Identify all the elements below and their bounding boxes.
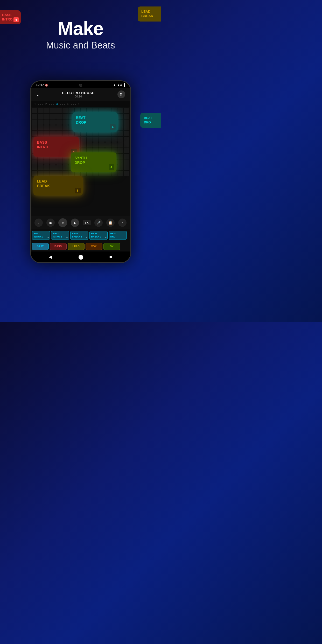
play-icon: ▶ [74, 221, 76, 225]
lead-break-clip[interactable]: LEAD BREAK 8 [33, 176, 83, 195]
record-button[interactable]: ● [58, 218, 67, 227]
settings-button[interactable]: ⚙ [117, 90, 125, 98]
nav-bar: ◀ ⬤ ■ [31, 251, 130, 262]
beat-timeline: 1 2 3 4 5 [31, 101, 130, 107]
track-beat-button[interactable]: BEAT [32, 243, 49, 250]
scene-beat-break-1[interactable]: BEATBREAK 1 4 [70, 231, 88, 240]
track-row: BEAT BASS LEAD VOX SY [31, 241, 130, 251]
scene-beat-intro-1[interactable]: BEATINTRO 1 16 [32, 231, 50, 240]
pad-grid-area: for(let i=0;i<16*12;i++) document.write(… [31, 107, 130, 216]
beat-drop-clip-badge: 4 [110, 124, 116, 130]
rewind-button[interactable]: ⏮ [46, 219, 55, 227]
gear-icon: ⚙ [120, 92, 123, 96]
app-title-area: ELECTRO HOUSE 00:16 [39, 91, 117, 98]
hero-title: Make [58, 19, 103, 38]
play-button[interactable]: ▶ [71, 219, 79, 227]
up-icon: ↑ [121, 221, 123, 225]
scene-beat-intro-2[interactable]: BEATINTRO 2 16 [51, 231, 69, 240]
status-alarm-icon: ⏰ [45, 84, 48, 87]
status-time: 12:17 ⏰ [36, 83, 48, 87]
track-lead-button[interactable]: LEAD [68, 243, 85, 250]
recents-nav-icon[interactable]: ■ [109, 254, 112, 260]
bass-intro-clip-label: BASS INTRO [37, 140, 48, 149]
wifi-icon: ▲ [113, 83, 116, 87]
app-time-display: 00:16 [39, 95, 117, 98]
mic-icon: 🎤 [96, 221, 101, 225]
rewind-icon: ⏮ [49, 221, 52, 225]
phone-camera [79, 84, 82, 87]
fx-button[interactable]: FX [83, 220, 90, 225]
lead-break-clip-label: LEAD BREAK [37, 179, 50, 188]
hero-subtitle: Music and Beats [46, 40, 115, 51]
lead-break-clip-badge: 8 [75, 188, 81, 193]
track-bass-button[interactable]: BASS [50, 243, 67, 250]
signal-icon: ▲4 [117, 83, 122, 87]
status-bar: 12:17 ⏰ ▲ ▲4 ▐ [31, 81, 130, 88]
synth-drop-clip-badge: 4 [109, 164, 114, 170]
record-icon: ● [62, 220, 64, 225]
floating-bass-intro-card: BASS INTRO 4 [0, 10, 21, 24]
transport-bar: ↓ ⏮ ● ▶ FX 🎤 📋 ↑ [31, 216, 130, 229]
copy-button[interactable]: 📋 [106, 219, 115, 227]
synth-drop-clip-label: SYNTH DROP [75, 156, 87, 165]
collapse-button[interactable]: ⌄ [36, 92, 39, 97]
scene-beat-break-2[interactable]: BEATBREAK 2 4 [89, 231, 108, 240]
status-icons: ▲ ▲4 ▐ [113, 83, 125, 87]
phone-frame: 12:17 ⏰ ▲ ▲4 ▐ ⌄ ELECTRO HOUSE 00:16 ⚙ 1 [30, 80, 131, 263]
app-header: ⌄ ELECTRO HOUSE 00:16 ⚙ [31, 88, 130, 101]
copy-icon: 📋 [108, 221, 113, 225]
floating-lead-break-card: LEAD BREAK [138, 6, 161, 22]
synth-drop-clip[interactable]: SYNTH DROP 4 [71, 152, 116, 172]
bass-intro-badge: 4 [13, 17, 19, 22]
beat-drop-clip[interactable]: BEAT DROP 4 [72, 112, 118, 132]
track-sy-button[interactable]: SY [103, 243, 120, 250]
scene-beat-drop[interactable]: BEATDRO [109, 231, 127, 240]
scene-row: BEATINTRO 1 16 BEATINTRO 2 16 BEATBREAK … [31, 229, 130, 241]
beat-drop-clip-label: BEAT DROP [76, 116, 86, 124]
download-button[interactable]: ↓ [34, 219, 43, 227]
up-button[interactable]: ↑ [118, 219, 127, 227]
track-vox-button[interactable]: VOX [86, 243, 102, 250]
hero-section: BASS INTRO 4 LEAD BREAK Make Music and B… [0, 0, 161, 62]
home-nav-icon[interactable]: ⬤ [78, 254, 83, 260]
back-nav-icon[interactable]: ◀ [49, 254, 52, 260]
battery-icon: ▐ [123, 83, 125, 87]
app-title-text: ELECTRO HOUSE [39, 91, 117, 95]
download-icon: ↓ [38, 221, 40, 225]
phone-wrapper: 12:17 ⏰ ▲ ▲4 ▐ ⌄ ELECTRO HOUSE 00:16 ⚙ 1 [0, 80, 161, 263]
mic-button[interactable]: 🎤 [94, 219, 103, 227]
